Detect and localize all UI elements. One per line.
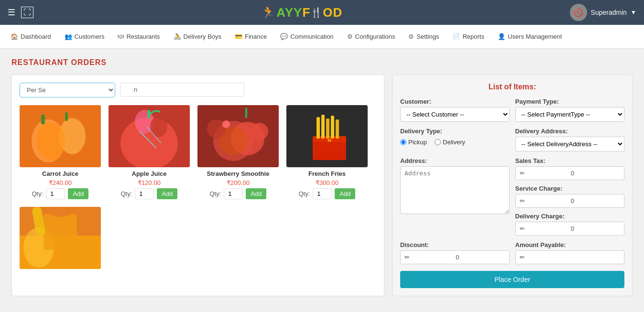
product-card-carrot-juice: Carrot Juice ₹240.00 Qty: Add (20, 105, 101, 199)
discount-value[interactable]: 0 (456, 254, 505, 261)
sidebar-item-restaurants[interactable]: 🍽 Restaurants (112, 30, 165, 43)
delivery-label: Delivery (443, 139, 465, 146)
logo-fork: 🍴 (310, 7, 323, 18)
qty-input-french-fries[interactable] (313, 188, 332, 199)
svg-rect-4 (65, 112, 68, 121)
customer-select[interactable]: -- Select Customer -- (400, 107, 510, 122)
sidebar-item-finance[interactable]: 💳 Finance (229, 30, 273, 43)
logo-runner: 🏃 (261, 5, 276, 20)
service-charge-edit-icon: ✏ (520, 197, 569, 204)
customers-icon: 👥 (65, 33, 72, 40)
sidebar-item-delivery-boys[interactable]: 🚴 Delivery Boys (168, 30, 227, 43)
sidebar-item-customers[interactable]: 👥 Customers (59, 30, 110, 43)
navbar: 🏠 Dashboard 👥 Customers 🍽 Restaurants 🚴 … (0, 25, 644, 49)
qty-input-carrot-juice[interactable] (46, 188, 65, 199)
qty-label-apple-juice: Qty: (121, 190, 132, 197)
avatar-icon: 🚫 (574, 8, 583, 17)
payment-type-select[interactable]: -- Select PaymentType -- (515, 107, 625, 122)
sidebar-item-configurations[interactable]: ⚙ Configurations (341, 30, 401, 43)
user-label: Superadmin (591, 9, 627, 16)
discount-edit-icon: ✏ (404, 254, 454, 261)
search-input[interactable] (120, 83, 244, 97)
products-panel: Per Se (11, 75, 384, 296)
pickup-radio[interactable] (400, 139, 406, 145)
nav-label-customers: Customers (75, 33, 105, 40)
payment-type-group: Payment Type: -- Select PaymentType -- (515, 98, 625, 122)
user-dropdown-chevron[interactable]: ▼ (631, 9, 636, 16)
sidebar-item-communication[interactable]: 💬 Communication (274, 30, 339, 43)
product-qty-row-carrot-juice: Qty: Add (20, 188, 101, 199)
add-button-carrot-juice[interactable]: Add (68, 188, 88, 199)
header: ☰ ⛶ 🏃 AYY F 🍴 OD 🚫 Superadmin ▼ (0, 0, 644, 25)
delivery-charge-group: Delivery Charge: ✏ 0 (515, 213, 625, 236)
logo-f: F (302, 5, 310, 20)
product-image-apple-juice (109, 105, 190, 167)
order-form-grid: Customer: -- Select Customer -- Payment … (400, 98, 624, 264)
delivery-radio-label[interactable]: Delivery (435, 139, 465, 146)
svg-rect-28 (331, 116, 334, 139)
sidebar-item-reports[interactable]: 📄 Reports (447, 30, 490, 43)
product-price-carrot-juice: ₹240.00 (20, 179, 101, 186)
service-charge-input-wrapper: ✏ 0 (515, 194, 625, 208)
communication-icon: 💬 (280, 33, 288, 40)
logo-ayy: AYY (276, 5, 302, 20)
product-card-apple-juice: Apple Juice ₹120.00 Qty: Add (109, 105, 190, 199)
amount-payable-input-wrapper: ✏ (515, 250, 625, 264)
delivery-address-label: Delivery Address: (515, 128, 625, 135)
delivery-address-select[interactable]: -- Select DeliveryAddress -- (515, 137, 625, 151)
product-image-carrot-juice (20, 105, 101, 167)
sales-tax-input-wrapper: ✏ 0 (515, 166, 625, 180)
amount-payable-group: Amount Payable: ✏ (515, 241, 625, 264)
svg-rect-27 (326, 118, 329, 139)
delivery-charge-input-wrapper: ✏ 0 (515, 222, 625, 236)
add-button-apple-juice[interactable]: Add (157, 188, 177, 199)
svg-point-5 (36, 122, 65, 160)
pickup-radio-label[interactable]: Pickup (400, 139, 427, 146)
order-panel-title: List of Items: (400, 83, 624, 91)
hamburger-icon[interactable]: ☰ (8, 7, 15, 18)
expand-icon[interactable]: ⛶ (21, 7, 33, 18)
logo-od: OD (323, 5, 342, 20)
discount-label: Discount: (400, 241, 510, 248)
header-left: ☰ ⛶ (8, 7, 33, 18)
sales-tax-group: Sales Tax: ✏ 0 (515, 157, 625, 180)
settings-icon: ⚙ (408, 33, 414, 40)
sidebar-item-users-management[interactable]: 👤 Users Management (492, 30, 568, 43)
svg-rect-25 (317, 117, 320, 139)
restaurant-select[interactable]: Per Se (20, 83, 115, 97)
main-content: RESTAURANT ORDERS Per Se (0, 49, 644, 306)
product-grid: Carrot Juice ₹240.00 Qty: Add (20, 105, 376, 269)
sidebar-item-settings[interactable]: ⚙ Settings (403, 30, 445, 43)
add-button-french-fries[interactable]: Add (335, 188, 355, 199)
order-panel: List of Items: Customer: -- Select Custo… (392, 75, 633, 296)
address-textarea[interactable] (400, 166, 510, 214)
place-order-section: Place Order (400, 271, 624, 288)
place-order-button[interactable]: Place Order (400, 271, 624, 288)
reports-icon: 📄 (452, 33, 460, 40)
avatar: 🚫 (570, 4, 587, 21)
svg-rect-10 (148, 110, 150, 118)
dashboard-icon: 🏠 (11, 33, 18, 40)
product-card-strawberry-smoothie: Strawberry Smoothie ₹200.00 Qty: Add (197, 105, 279, 199)
service-charge-value[interactable]: 0 (571, 197, 620, 204)
product-name-strawberry-smoothie: Strawberry Smoothie (197, 170, 279, 177)
product-image-french-fries: M (286, 105, 368, 167)
svg-text:M: M (327, 138, 331, 143)
header-right: 🚫 Superadmin ▼ (570, 4, 636, 21)
discount-group: Discount: ✏ 0 (400, 241, 510, 264)
sales-tax-value[interactable]: 0 (571, 170, 620, 177)
sales-tax-edit-icon: ✏ (520, 170, 569, 177)
svg-rect-3 (41, 115, 45, 124)
add-button-strawberry-smoothie[interactable]: Add (246, 188, 266, 199)
nav-label-communication: Communication (290, 33, 333, 40)
svg-rect-26 (321, 115, 325, 139)
delivery-charge-value[interactable]: 0 (571, 225, 620, 232)
qty-input-apple-juice[interactable] (135, 188, 154, 199)
qty-input-strawberry-smoothie[interactable] (224, 188, 243, 199)
product-qty-row-apple-juice: Qty: Add (109, 188, 190, 199)
qty-label-strawberry-smoothie: Qty: (210, 190, 221, 197)
delivery-radio[interactable] (435, 139, 441, 145)
product-image-strawberry-smoothie (197, 105, 279, 167)
sidebar-item-dashboard[interactable]: 🏠 Dashboard (5, 30, 57, 43)
nav-label-dashboard: Dashboard (21, 33, 51, 40)
